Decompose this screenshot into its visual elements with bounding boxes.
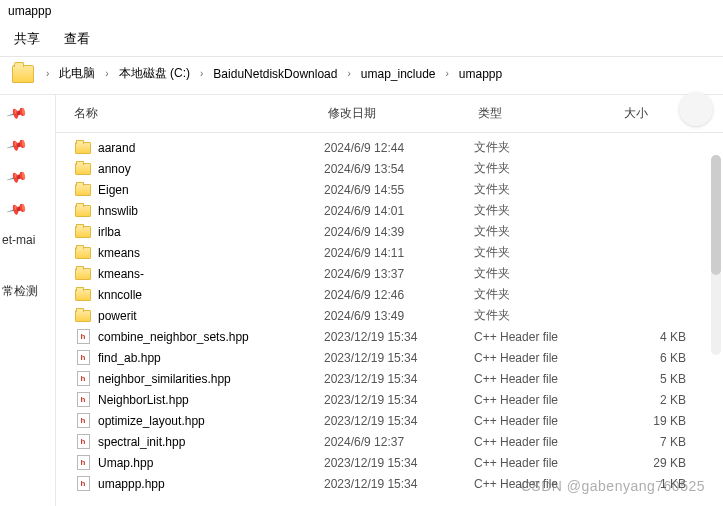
file-size: 2 KB [620,393,686,407]
file-list-panel: 名称 修改日期 类型 大小 aarand2024/6/9 12:44文件夹ann… [56,95,723,506]
scrollbar-thumb[interactable] [711,155,721,275]
breadcrumb-item[interactable]: 此电脑 [55,63,99,84]
table-row[interactable]: powerit2024/6/9 13:49文件夹 [56,305,723,326]
file-date: 2023/12/19 15:34 [324,414,474,428]
table-row[interactable]: Umap.hpp2023/12/19 15:34C++ Header file2… [56,452,723,473]
file-type: C++ Header file [474,330,620,344]
file-date: 2024/6/9 14:39 [324,225,474,239]
file-name: Eigen [98,183,129,197]
file-type: 文件夹 [474,181,620,198]
sidebar-label[interactable]: 常检测 [2,283,38,300]
file-date: 2023/12/19 15:34 [324,351,474,365]
breadcrumb-item[interactable]: umap_include [357,65,440,83]
breadcrumb-item[interactable]: 本地磁盘 (C:) [115,63,194,84]
table-row[interactable]: knncolle2024/6/9 12:46文件夹 [56,284,723,305]
table-row[interactable]: optimize_layout.hpp2023/12/19 15:34C++ H… [56,410,723,431]
file-name: powerit [98,309,137,323]
file-name: kmeans [98,246,140,260]
folder-icon [74,308,92,324]
header-date[interactable]: 修改日期 [328,105,478,122]
hpp-file-icon [74,371,92,387]
file-date: 2024/6/9 14:55 [324,183,474,197]
table-row[interactable]: NeighborList.hpp2023/12/19 15:34C++ Head… [56,389,723,410]
file-type: 文件夹 [474,223,620,240]
hpp-file-icon [74,329,92,345]
file-date: 2024/6/9 14:11 [324,246,474,260]
table-row[interactable]: kmeans2024/6/9 14:11文件夹 [56,242,723,263]
file-name: umappp.hpp [98,477,165,491]
file-date: 2023/12/19 15:34 [324,372,474,386]
file-date: 2024/6/9 14:01 [324,204,474,218]
file-name: combine_neighbor_sets.hpp [98,330,249,344]
pin-icon[interactable]: 📌 [5,134,28,156]
sidebar: 📌 📌 📌 📌 et-mai 常检测 [0,95,56,506]
table-row[interactable]: hnswlib2024/6/9 14:01文件夹 [56,200,723,221]
table-row[interactable]: combine_neighbor_sets.hpp2023/12/19 15:3… [56,326,723,347]
file-type: 文件夹 [474,286,620,303]
file-date: 2024/6/9 13:54 [324,162,474,176]
file-date: 2024/6/9 12:44 [324,141,474,155]
pin-icon[interactable]: 📌 [5,166,28,188]
hpp-file-icon [74,476,92,492]
file-date: 2023/12/19 15:34 [324,393,474,407]
watermark: CSDN @gabenyang760525 [521,478,705,494]
file-name: hnswlib [98,204,138,218]
file-name: spectral_init.hpp [98,435,185,449]
file-date: 2023/12/19 15:34 [324,330,474,344]
breadcrumb[interactable]: ›此电脑›本地磁盘 (C:)›BaiduNetdiskDownload›umap… [42,63,506,84]
file-size: 7 KB [620,435,686,449]
hpp-file-icon [74,455,92,471]
hpp-file-icon [74,392,92,408]
chevron-right-icon[interactable]: › [442,68,453,79]
file-type: C++ Header file [474,414,620,428]
window-title: umappp [0,0,723,22]
sidebar-label[interactable]: et-mai [2,233,35,247]
chevron-right-icon[interactable]: › [42,68,53,79]
tab-share[interactable]: 共享 [14,30,40,48]
file-size: 19 KB [620,414,686,428]
table-row[interactable]: spectral_init.hpp2024/6/9 12:37C++ Heade… [56,431,723,452]
folder-icon [74,182,92,198]
file-name: find_ab.hpp [98,351,161,365]
file-date: 2023/12/19 15:34 [324,456,474,470]
chevron-right-icon[interactable]: › [196,68,207,79]
breadcrumb-item[interactable]: umappp [455,65,506,83]
chevron-right-icon[interactable]: › [343,68,354,79]
file-type: 文件夹 [474,202,620,219]
hpp-file-icon [74,434,92,450]
table-row[interactable]: annoy2024/6/9 13:54文件夹 [56,158,723,179]
file-date: 2024/6/9 13:49 [324,309,474,323]
header-type[interactable]: 类型 [478,105,624,122]
scrollbar[interactable] [711,155,721,355]
file-type: C++ Header file [474,351,620,365]
file-size: 29 KB [620,456,686,470]
file-type: 文件夹 [474,307,620,324]
folder-icon [74,140,92,156]
table-row[interactable]: irlba2024/6/9 14:39文件夹 [56,221,723,242]
tab-view[interactable]: 查看 [64,30,90,48]
table-row[interactable]: find_ab.hpp2023/12/19 15:34C++ Header fi… [56,347,723,368]
file-name: neighbor_similarities.hpp [98,372,231,386]
floating-button[interactable] [679,92,713,126]
folder-icon [74,161,92,177]
file-type: 文件夹 [474,244,620,261]
file-type: 文件夹 [474,265,620,282]
file-rows: aarand2024/6/9 12:44文件夹annoy2024/6/9 13:… [56,133,723,494]
chevron-right-icon[interactable]: › [101,68,112,79]
breadcrumb-item[interactable]: BaiduNetdiskDownload [209,65,341,83]
table-row[interactable]: neighbor_similarities.hpp2023/12/19 15:3… [56,368,723,389]
hpp-file-icon [74,413,92,429]
table-row[interactable]: kmeans-2024/6/9 13:37文件夹 [56,263,723,284]
pin-icon[interactable]: 📌 [5,102,28,124]
table-row[interactable]: Eigen2024/6/9 14:55文件夹 [56,179,723,200]
header-name[interactable]: 名称 [74,105,328,122]
table-row[interactable]: aarand2024/6/9 12:44文件夹 [56,137,723,158]
pin-icon[interactable]: 📌 [5,198,28,220]
column-headers: 名称 修改日期 类型 大小 [56,95,723,133]
file-type: 文件夹 [474,139,620,156]
file-name: aarand [98,141,135,155]
file-date: 2024/6/9 13:37 [324,267,474,281]
file-name: optimize_layout.hpp [98,414,205,428]
folder-icon [74,203,92,219]
folder-icon [74,245,92,261]
